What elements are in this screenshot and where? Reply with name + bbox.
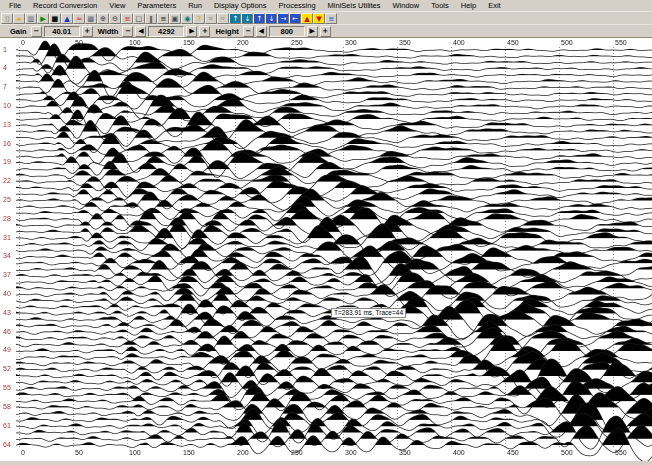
cascade-windows-button[interactable]: ▣ [169, 13, 181, 24]
histogram-button[interactable]: ▲ [61, 13, 73, 24]
height-value[interactable]: 800 [269, 26, 305, 37]
move-down-icon: ↓ [268, 14, 274, 22]
width-step-right-button[interactable]: ▶ [186, 26, 197, 37]
horizontal-bars-button[interactable]: ≡ [157, 13, 169, 24]
gain-value[interactable]: 40.01 [44, 26, 80, 37]
seismic-record-canvas[interactable] [0, 38, 652, 461]
height-label: Height [215, 27, 238, 36]
menu-item-record-conversion[interactable]: Record Conversion [27, 1, 103, 10]
move-bottom-button[interactable]: ↓ [241, 13, 253, 24]
move-bottom-icon: ↓ [244, 14, 250, 22]
gain-label: Gain [10, 27, 27, 36]
waveform-icon: ≈ [76, 14, 82, 22]
menu-item-file[interactable]: File [3, 1, 27, 10]
trace-label-49: 49 [3, 346, 11, 354]
trace-label-43: 43 [3, 309, 11, 317]
width-decrease-button[interactable]: − [122, 26, 133, 37]
width-label: Width [98, 27, 119, 36]
color-scale-button[interactable]: ≡ [325, 13, 337, 24]
help-button[interactable]: ? [193, 13, 205, 24]
vertical-bars-button[interactable]: ‖ [145, 13, 157, 24]
toolbar: ▯▰▥▶■▲≈▦⊕⊖≡□‖≡▣◉?¤¤↑↓↑↓→←▲▼≡ [0, 11, 652, 24]
window-outline-button[interactable]: □ [133, 13, 145, 24]
trace-label-13: 13 [3, 121, 11, 129]
time-tick-top-250: 250 [291, 39, 303, 47]
trace-label-40: 40 [3, 290, 11, 298]
open-folder-icon: ▰ [16, 14, 22, 22]
time-tick-top-50: 50 [75, 39, 83, 47]
menu-item-parameters[interactable]: Parameters [131, 1, 182, 10]
height-step-right-button[interactable]: ▶ [307, 26, 318, 37]
time-tick-top-200: 200 [237, 39, 249, 47]
stop-icon: ■ [52, 14, 59, 22]
menu-item-view[interactable]: View [103, 1, 131, 10]
move-down-button[interactable]: ↓ [265, 13, 277, 24]
globe-button[interactable]: ◉ [181, 13, 193, 24]
grayed-tool-icon-2: ¤ [221, 14, 226, 22]
waveform-button[interactable]: ≈ [73, 13, 85, 24]
time-tick-top-0: 0 [21, 39, 25, 47]
gain-up-button[interactable]: ▲ [301, 13, 313, 24]
width-value[interactable]: 4292 [148, 26, 184, 37]
print-button[interactable]: ▦ [85, 13, 97, 24]
grayed-tool-icon-1-button[interactable]: ¤ [205, 13, 217, 24]
height-decrease-button[interactable]: − [243, 26, 254, 37]
trace-label-4: 4 [3, 64, 7, 72]
menu-item-exit[interactable]: Exit [482, 1, 507, 10]
copy-pages-button[interactable]: ▥ [25, 13, 37, 24]
grayed-tool-icon-1: ¤ [209, 14, 214, 22]
trace-label-37: 37 [3, 271, 11, 279]
trace-label-64: 64 [3, 441, 11, 449]
time-tick-bottom-450: 450 [507, 449, 519, 457]
menu-item-window[interactable]: Window [387, 1, 426, 10]
trace-label-22: 22 [3, 177, 11, 185]
gain-up-icon: ▲ [304, 14, 310, 22]
gain-increase-button[interactable]: + [82, 26, 93, 37]
menu-item-miniseis-utilites[interactable]: MiniSeis Utilites [322, 1, 387, 10]
red-traces-icon: ≡ [124, 14, 130, 22]
menu-item-processing[interactable]: Processing [272, 1, 321, 10]
menu-item-display-options[interactable]: Display Options [208, 1, 273, 10]
move-left-button[interactable]: ← [289, 13, 301, 24]
trace-label-28: 28 [3, 215, 11, 223]
trace-label-7: 7 [3, 83, 7, 91]
gain-down-button[interactable]: ▼ [313, 13, 325, 24]
trace-label-31: 31 [3, 234, 11, 242]
trace-label-46: 46 [3, 328, 11, 336]
time-tick-top-150: 150 [183, 39, 195, 47]
move-top-button[interactable]: ↑ [229, 13, 241, 24]
grayed-tool-icon-2-button[interactable]: ¤ [217, 13, 229, 24]
trace-label-19: 19 [3, 158, 11, 166]
trace-label-25: 25 [3, 196, 11, 204]
height-increase-button[interactable]: + [320, 26, 331, 37]
trace-label-52: 52 [3, 365, 11, 373]
move-up-icon: ↑ [256, 14, 262, 22]
color-scale-icon: ≡ [328, 14, 334, 22]
move-right-button[interactable]: → [277, 13, 289, 24]
open-folder-button[interactable]: ▰ [13, 13, 25, 24]
move-right-icon: → [280, 14, 286, 22]
red-traces-button[interactable]: ≡ [121, 13, 133, 24]
stop-button[interactable]: ■ [49, 13, 61, 24]
new-document-icon: ▯ [5, 14, 9, 22]
cascade-windows-icon: ▣ [172, 14, 179, 22]
zoom-out-button[interactable]: ⊖ [109, 13, 121, 24]
menu-item-run[interactable]: Run [182, 1, 208, 10]
width-step-left-button[interactable]: ◀ [135, 26, 146, 37]
move-up-button[interactable]: ↑ [253, 13, 265, 24]
menu-item-help[interactable]: Help [455, 1, 482, 10]
menu-item-tools[interactable]: Tools [425, 1, 455, 10]
time-tick-top-350: 350 [399, 39, 411, 47]
height-step-left-button[interactable]: ◀ [256, 26, 267, 37]
time-tick-top-550: 550 [615, 39, 627, 47]
trace-label-16: 16 [3, 140, 11, 148]
zoom-in-button[interactable]: ⊕ [97, 13, 109, 24]
run-icon: ▶ [40, 14, 46, 22]
trace-label-58: 58 [3, 403, 11, 411]
width-increase-button[interactable]: + [199, 26, 210, 37]
new-document-button[interactable]: ▯ [1, 13, 13, 24]
gain-decrease-button[interactable]: − [31, 26, 42, 37]
time-tick-top-400: 400 [453, 39, 465, 47]
globe-icon: ◉ [184, 14, 190, 22]
run-button[interactable]: ▶ [37, 13, 49, 24]
